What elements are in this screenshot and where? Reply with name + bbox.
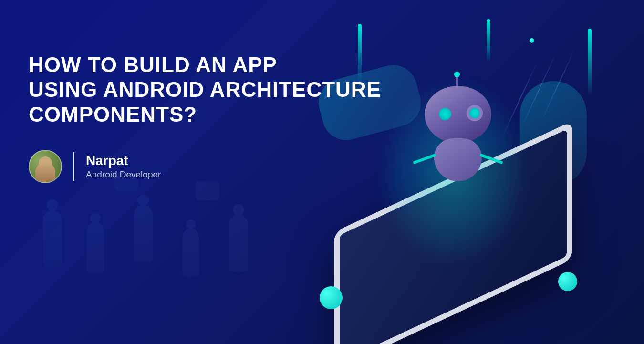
author-block: Narpat Android Developer bbox=[29, 150, 381, 183]
title-line-2: Using Android Architecture bbox=[29, 78, 381, 101]
robot-eye-icon bbox=[439, 108, 451, 120]
title-line-1: How to Build an App bbox=[29, 53, 277, 76]
robot-illustration bbox=[415, 86, 501, 191]
hero-title: How to Build an App Using Android Archit… bbox=[29, 52, 381, 127]
author-role: Android Developer bbox=[86, 169, 161, 180]
author-text: Narpat Android Developer bbox=[86, 153, 161, 180]
glow-orb-icon bbox=[558, 272, 577, 291]
robot-eye-icon bbox=[467, 105, 483, 121]
robot-body bbox=[434, 138, 482, 181]
author-divider bbox=[73, 152, 74, 181]
robot-arm-icon bbox=[413, 154, 436, 165]
light-pillar-icon bbox=[487, 19, 490, 62]
glow-dot-icon bbox=[530, 38, 534, 43]
light-pillar-icon bbox=[588, 29, 592, 95]
author-avatar bbox=[29, 150, 62, 183]
hero-content: How to Build an App Using Android Archit… bbox=[29, 52, 381, 183]
title-line-3: Components? bbox=[29, 103, 197, 126]
robot-head bbox=[425, 86, 491, 143]
robot-arm-icon bbox=[479, 154, 503, 165]
author-name: Narpat bbox=[86, 153, 161, 168]
glow-orb-icon bbox=[320, 286, 343, 309]
hero-banner: How to Build an App Using Android Archit… bbox=[0, 0, 644, 344]
